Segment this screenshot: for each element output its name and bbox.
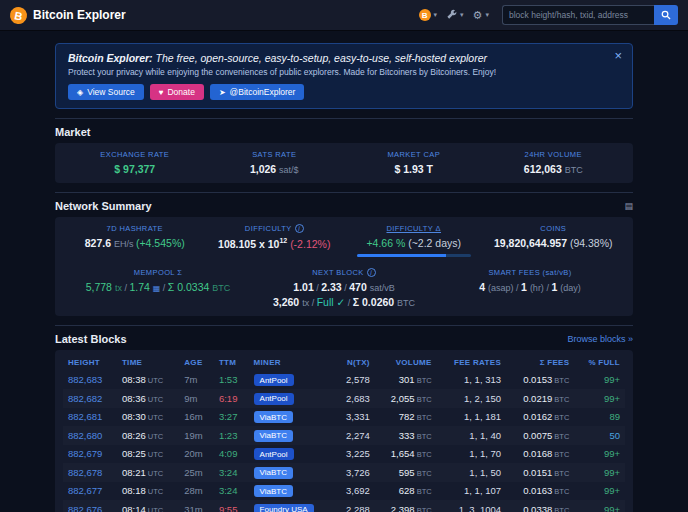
summary-layout-toggle-icon[interactable]: ▤ <box>624 201 633 211</box>
miner-badge[interactable]: ViaBTC <box>254 411 293 423</box>
search-form <box>502 5 678 25</box>
text-segment: (-2.12%) <box>290 238 330 250</box>
stat-label[interactable]: 7D HASHRATE <box>65 224 205 233</box>
text-segment: (+4.545%) <box>136 237 185 249</box>
stat-label[interactable]: SMART FEES (sat/vB) <box>437 268 623 277</box>
banner-heading-strong: Bitcoin Explorer: <box>68 52 153 64</box>
btc-suffix: BTC <box>415 469 432 478</box>
time-suffix: UTC <box>146 376 164 385</box>
column-header-volume[interactable]: VOLUME <box>375 354 437 371</box>
next-block-full-link[interactable]: Full ✓ <box>317 296 346 308</box>
cell-fees: 0.0153 BTC <box>506 371 574 390</box>
text-segment: 1.74 <box>129 281 152 293</box>
btc-suffix: BTC <box>415 413 432 422</box>
column-header-n-tx[interactable]: N(TX) <box>334 354 375 371</box>
cell-full: 50 <box>574 426 625 445</box>
time-suffix: UTC <box>146 450 164 459</box>
text-segment: Σ 0.0260 <box>353 296 397 308</box>
miner-badge[interactable]: ViaBTC <box>254 467 293 479</box>
block-height-link[interactable]: 882,679 <box>68 448 102 459</box>
full-percent-value: 99+ <box>604 485 620 496</box>
cell-miner: AntPool <box>249 445 334 464</box>
currency-dropdown[interactable]: B ▾ <box>419 9 438 21</box>
block-height-link[interactable]: 882,682 <box>68 393 102 404</box>
column-header-ttm[interactable]: TTM <box>214 354 249 371</box>
network-stats-row-2: MEMPOOL Σ5,778 tx / 1.74 ▦ / Σ 0.0334 BT… <box>65 268 623 308</box>
cell-age: 25m <box>179 463 214 482</box>
column-header-fee-rates[interactable]: FEE RATES <box>437 354 506 371</box>
ttm-value: 3:24 <box>219 467 238 478</box>
twitter-button[interactable]: ➤@BitcoinExplorer <box>210 84 305 100</box>
search-button[interactable] <box>654 5 678 25</box>
column-header-fees[interactable]: Σ FEES <box>506 354 574 371</box>
fees-value: 0.0153 <box>523 374 552 385</box>
column-header-height[interactable]: HEIGHT <box>63 354 117 371</box>
cell-age: 16m <box>179 408 214 427</box>
browse-blocks-link[interactable]: Browse blocks » <box>567 334 633 344</box>
miner-badge[interactable]: AntPool <box>254 448 294 460</box>
column-header-miner[interactable]: MINER <box>249 354 334 371</box>
cell-volume: 595 BTC <box>375 463 437 482</box>
brand-link[interactable]: B Bitcoin Explorer <box>10 7 126 24</box>
cell-volume: 2,398 BTC <box>375 500 437 512</box>
time-suffix: UTC <box>146 413 164 422</box>
ttm-value: 1:23 <box>219 430 238 441</box>
full-percent-value: 99+ <box>604 374 620 385</box>
settings-dropdown[interactable]: ⚙ ▾ <box>473 10 489 21</box>
miner-badge[interactable]: Foundry USA <box>254 504 314 512</box>
stat-value: +4.66 % (~2.2 days) <box>344 236 484 250</box>
donate-button[interactable]: ♥Donate <box>150 84 204 100</box>
full-percent-value: 50 <box>609 430 620 441</box>
block-height-link[interactable]: 882,680 <box>68 430 102 441</box>
miner-badge[interactable]: AntPool <box>254 393 294 405</box>
stat-label[interactable]: DIFFICULTYi <box>205 224 345 233</box>
network-stats-row-1: 7D HASHRATE827.6 EH/s (+4.545%)DIFFICULT… <box>65 224 623 257</box>
text-segment: Σ 0.0334 <box>168 281 212 293</box>
column-header-full[interactable]: % FULL <box>574 354 625 371</box>
block-height-link[interactable]: 882,681 <box>68 411 102 422</box>
stat-coins: COINS19,820,644.957 (94.38%) <box>484 224 624 257</box>
cell-ntx: 2,274 <box>334 426 375 445</box>
close-icon[interactable]: × <box>614 49 622 62</box>
cell-height: 882,680 <box>63 426 117 445</box>
column-header-time[interactable]: TIME <box>117 354 179 371</box>
stat-label-text: SATS RATE <box>252 150 296 159</box>
stat-label-text: NEXT BLOCK <box>312 268 363 277</box>
block-height-link[interactable]: 882,677 <box>68 485 102 496</box>
ttm-value: 6:19 <box>219 393 238 404</box>
stat-label-text: COINS <box>540 224 566 233</box>
block-height-link[interactable]: 882,678 <box>68 467 102 478</box>
miner-badge[interactable]: ViaBTC <box>254 430 293 442</box>
cell-volume: 782 BTC <box>375 408 437 427</box>
stat-value: $ 1.93 T <box>344 162 484 176</box>
miner-badge[interactable]: ViaBTC <box>254 485 293 497</box>
button-label: View Source <box>87 87 135 97</box>
block-height-link[interactable]: 882,676 <box>68 504 102 512</box>
miner-badge[interactable]: AntPool <box>254 374 294 386</box>
bitcoin-logo-icon: B <box>8 5 28 25</box>
stat-label[interactable]: NEXT BLOCKi <box>251 268 437 277</box>
volume-value: 301 <box>399 374 415 385</box>
cell-time: 08:18 UTC <box>117 482 179 501</box>
stat-difficulty: DIFFICULTYi108.105 x 1012 (-2.12%) <box>205 224 345 257</box>
cell-height: 882,676 <box>63 500 117 512</box>
cell-volume: 333 BTC <box>375 426 437 445</box>
column-header-age[interactable]: AGE <box>179 354 214 371</box>
search-input[interactable] <box>502 5 654 25</box>
text-segment: (~2.2 days) <box>408 237 461 249</box>
volume-value: 2,398 <box>391 504 415 512</box>
cell-fees: 0.0162 BTC <box>506 408 574 427</box>
time-value: 08:30 <box>122 411 146 422</box>
view-source-button[interactable]: ◈View Source <box>68 84 144 100</box>
cell-fee-rates: 1, 3, 1004 <box>437 500 506 512</box>
stat-label[interactable]: DIFFICULTY Δ <box>344 224 484 233</box>
fees-value: 0.0168 <box>523 448 552 459</box>
btc-suffix: BTC <box>415 432 432 441</box>
time-value: 08:21 <box>122 467 146 478</box>
tools-dropdown[interactable]: ▾ <box>446 9 464 22</box>
stat-label[interactable]: MEMPOOL Σ <box>65 268 251 277</box>
stat-label[interactable]: COINS <box>484 224 624 233</box>
market-section: Market EXCHANGE RATE$ 97,377SATS RATE1,0… <box>55 118 633 183</box>
block-height-link[interactable]: 882,683 <box>68 374 102 385</box>
text-segment: 19,820,644.957 <box>494 237 570 249</box>
